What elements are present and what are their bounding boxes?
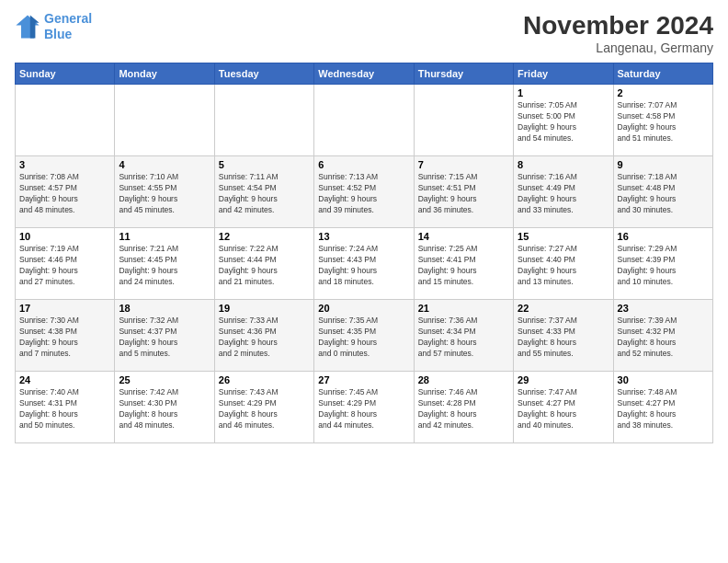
calendar-cell: 26Sunrise: 7:43 AM Sunset: 4:29 PM Dayli… xyxy=(214,372,313,443)
calendar-cell: 18Sunrise: 7:32 AM Sunset: 4:37 PM Dayli… xyxy=(115,300,214,372)
day-info: Sunrise: 7:40 AM Sunset: 4:31 PM Dayligh… xyxy=(19,387,110,431)
logo-icon xyxy=(15,14,40,40)
calendar-cell: 15Sunrise: 7:27 AM Sunset: 4:40 PM Dayli… xyxy=(514,228,613,300)
day-number: 23 xyxy=(618,303,709,314)
day-number: 9 xyxy=(618,159,709,170)
logo: General Blue xyxy=(15,11,92,42)
weekday-saturday: Saturday xyxy=(613,63,712,85)
day-number: 8 xyxy=(518,159,609,170)
day-info: Sunrise: 7:07 AM Sunset: 4:58 PM Dayligh… xyxy=(618,100,709,144)
calendar-week-4: 17Sunrise: 7:30 AM Sunset: 4:38 PM Dayli… xyxy=(16,300,713,372)
header: General Blue November 2024 Langenau, Ger… xyxy=(15,11,713,55)
calendar-cell: 28Sunrise: 7:46 AM Sunset: 4:28 PM Dayli… xyxy=(414,372,513,443)
day-number: 14 xyxy=(418,231,509,242)
calendar-cell: 27Sunrise: 7:45 AM Sunset: 4:29 PM Dayli… xyxy=(314,372,414,443)
calendar-week-5: 24Sunrise: 7:40 AM Sunset: 4:31 PM Dayli… xyxy=(16,372,713,443)
calendar-cell: 22Sunrise: 7:37 AM Sunset: 4:33 PM Dayli… xyxy=(514,300,613,372)
day-number: 25 xyxy=(119,374,210,385)
calendar-cell: 4Sunrise: 7:10 AM Sunset: 4:55 PM Daylig… xyxy=(115,156,214,228)
day-info: Sunrise: 7:29 AM Sunset: 4:39 PM Dayligh… xyxy=(618,244,709,288)
calendar-cell: 23Sunrise: 7:39 AM Sunset: 4:32 PM Dayli… xyxy=(613,300,712,372)
day-info: Sunrise: 7:35 AM Sunset: 4:35 PM Dayligh… xyxy=(318,316,409,360)
day-number: 1 xyxy=(518,87,609,98)
page: General Blue November 2024 Langenau, Ger… xyxy=(0,0,728,563)
day-number: 17 xyxy=(19,303,110,314)
day-number: 13 xyxy=(318,231,409,242)
calendar-cell: 16Sunrise: 7:29 AM Sunset: 4:39 PM Dayli… xyxy=(613,228,712,300)
day-number: 7 xyxy=(418,159,509,170)
day-info: Sunrise: 7:32 AM Sunset: 4:37 PM Dayligh… xyxy=(119,316,210,360)
calendar-cell: 8Sunrise: 7:16 AM Sunset: 4:49 PM Daylig… xyxy=(514,156,613,228)
day-number: 2 xyxy=(618,87,709,98)
day-info: Sunrise: 7:11 AM Sunset: 4:54 PM Dayligh… xyxy=(219,172,310,216)
day-number: 26 xyxy=(219,374,310,385)
day-number: 19 xyxy=(219,303,310,314)
calendar-week-1: 1Sunrise: 7:05 AM Sunset: 5:00 PM Daylig… xyxy=(16,85,713,156)
day-number: 27 xyxy=(318,374,409,385)
calendar-cell: 17Sunrise: 7:30 AM Sunset: 4:38 PM Dayli… xyxy=(16,300,115,372)
day-number: 16 xyxy=(618,231,709,242)
day-info: Sunrise: 7:37 AM Sunset: 4:33 PM Dayligh… xyxy=(518,316,609,360)
day-info: Sunrise: 7:39 AM Sunset: 4:32 PM Dayligh… xyxy=(618,316,709,360)
calendar-cell xyxy=(115,85,214,156)
weekday-monday: Monday xyxy=(115,63,214,85)
day-number: 6 xyxy=(318,159,409,170)
calendar-cell: 3Sunrise: 7:08 AM Sunset: 4:57 PM Daylig… xyxy=(16,156,115,228)
day-info: Sunrise: 7:16 AM Sunset: 4:49 PM Dayligh… xyxy=(518,172,609,216)
calendar-cell: 10Sunrise: 7:19 AM Sunset: 4:46 PM Dayli… xyxy=(16,228,115,300)
day-info: Sunrise: 7:08 AM Sunset: 4:57 PM Dayligh… xyxy=(19,172,110,216)
day-info: Sunrise: 7:47 AM Sunset: 4:27 PM Dayligh… xyxy=(518,387,609,431)
day-info: Sunrise: 7:45 AM Sunset: 4:29 PM Dayligh… xyxy=(318,387,409,431)
calendar-cell: 12Sunrise: 7:22 AM Sunset: 4:44 PM Dayli… xyxy=(214,228,313,300)
weekday-sunday: Sunday xyxy=(16,63,115,85)
day-info: Sunrise: 7:48 AM Sunset: 4:27 PM Dayligh… xyxy=(618,387,709,431)
day-info: Sunrise: 7:27 AM Sunset: 4:40 PM Dayligh… xyxy=(518,244,609,288)
weekday-thursday: Thursday xyxy=(414,63,513,85)
calendar-cell xyxy=(214,85,313,156)
day-info: Sunrise: 7:13 AM Sunset: 4:52 PM Dayligh… xyxy=(318,172,409,216)
logo-general: General xyxy=(44,11,92,26)
day-number: 18 xyxy=(119,303,210,314)
day-info: Sunrise: 7:30 AM Sunset: 4:38 PM Dayligh… xyxy=(19,316,110,360)
calendar-cell xyxy=(414,85,513,156)
day-number: 4 xyxy=(119,159,210,170)
logo-blue: Blue xyxy=(44,27,72,41)
calendar-week-3: 10Sunrise: 7:19 AM Sunset: 4:46 PM Dayli… xyxy=(16,228,713,300)
calendar-cell: 30Sunrise: 7:48 AM Sunset: 4:27 PM Dayli… xyxy=(613,372,712,443)
calendar-cell xyxy=(314,85,414,156)
svg-marker-1 xyxy=(30,15,40,38)
day-number: 21 xyxy=(418,303,509,314)
day-info: Sunrise: 7:36 AM Sunset: 4:34 PM Dayligh… xyxy=(418,316,509,360)
day-info: Sunrise: 7:19 AM Sunset: 4:46 PM Dayligh… xyxy=(19,244,110,288)
weekday-wednesday: Wednesday xyxy=(314,63,414,85)
day-info: Sunrise: 7:10 AM Sunset: 4:55 PM Dayligh… xyxy=(119,172,210,216)
logo-text: General Blue xyxy=(44,11,92,42)
calendar-cell: 14Sunrise: 7:25 AM Sunset: 4:41 PM Dayli… xyxy=(414,228,513,300)
calendar-cell xyxy=(16,85,115,156)
day-info: Sunrise: 7:33 AM Sunset: 4:36 PM Dayligh… xyxy=(219,316,310,360)
day-info: Sunrise: 7:18 AM Sunset: 4:48 PM Dayligh… xyxy=(618,172,709,216)
day-number: 20 xyxy=(318,303,409,314)
calendar-cell: 2Sunrise: 7:07 AM Sunset: 4:58 PM Daylig… xyxy=(613,85,712,156)
day-info: Sunrise: 7:46 AM Sunset: 4:28 PM Dayligh… xyxy=(418,387,509,431)
day-info: Sunrise: 7:42 AM Sunset: 4:30 PM Dayligh… xyxy=(119,387,210,431)
weekday-header-row: SundayMondayTuesdayWednesdayThursdayFrid… xyxy=(16,63,713,85)
day-info: Sunrise: 7:05 AM Sunset: 5:00 PM Dayligh… xyxy=(518,100,609,144)
day-number: 10 xyxy=(19,231,110,242)
day-number: 12 xyxy=(219,231,310,242)
day-number: 28 xyxy=(418,374,509,385)
calendar-cell: 9Sunrise: 7:18 AM Sunset: 4:48 PM Daylig… xyxy=(613,156,712,228)
calendar-cell: 20Sunrise: 7:35 AM Sunset: 4:35 PM Dayli… xyxy=(314,300,414,372)
day-info: Sunrise: 7:22 AM Sunset: 4:44 PM Dayligh… xyxy=(219,244,310,288)
title-block: November 2024 Langenau, Germany xyxy=(523,11,713,55)
day-number: 5 xyxy=(219,159,310,170)
calendar-cell: 19Sunrise: 7:33 AM Sunset: 4:36 PM Dayli… xyxy=(214,300,313,372)
calendar-cell: 11Sunrise: 7:21 AM Sunset: 4:45 PM Dayli… xyxy=(115,228,214,300)
calendar-cell: 5Sunrise: 7:11 AM Sunset: 4:54 PM Daylig… xyxy=(214,156,313,228)
day-number: 30 xyxy=(618,374,709,385)
day-info: Sunrise: 7:24 AM Sunset: 4:43 PM Dayligh… xyxy=(318,244,409,288)
calendar-week-2: 3Sunrise: 7:08 AM Sunset: 4:57 PM Daylig… xyxy=(16,156,713,228)
day-info: Sunrise: 7:25 AM Sunset: 4:41 PM Dayligh… xyxy=(418,244,509,288)
day-number: 11 xyxy=(119,231,210,242)
day-number: 3 xyxy=(19,159,110,170)
